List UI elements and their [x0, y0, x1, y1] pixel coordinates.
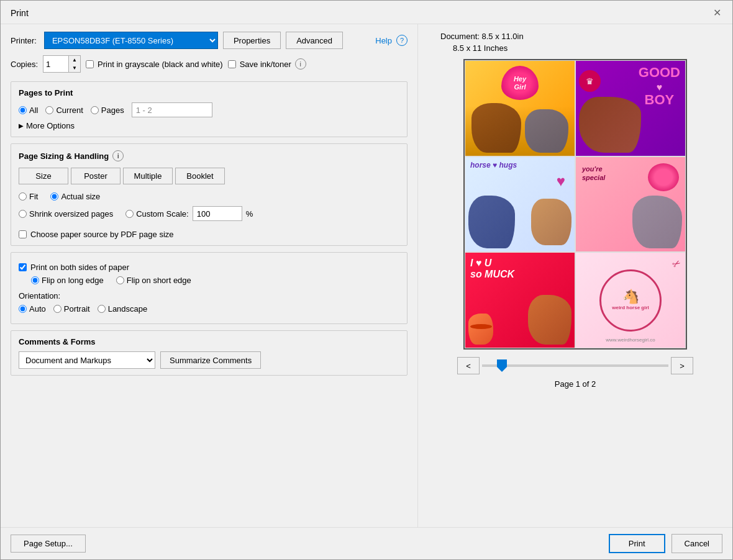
preview-card-2: GOOD♥BOY ♛: [575, 60, 686, 156]
close-button[interactable]: ✕: [709, 6, 725, 20]
copies-spinners: ▲ ▼: [68, 56, 80, 72]
card-6-circle: 🐴 weird horse girl: [599, 269, 662, 332]
printer-label: Printer:: [11, 36, 37, 45]
orient-landscape-radio[interactable]: [98, 305, 106, 313]
pages-current-option[interactable]: Current: [45, 106, 83, 115]
comments-dropdown[interactable]: Document and Markups: [19, 351, 155, 369]
both-sides-label[interactable]: Print on both sides of paper: [30, 263, 129, 272]
pages-all-label: All: [29, 106, 38, 115]
card-2-text: GOOD♥BOY: [639, 66, 680, 107]
pages-all-option[interactable]: All: [19, 106, 38, 115]
bucket-shape: [468, 314, 493, 345]
properties-button[interactable]: Properties: [223, 32, 281, 49]
card-4-text: you'respecial: [582, 165, 605, 183]
next-page-button[interactable]: >: [671, 357, 693, 374]
both-sides-checkbox[interactable]: [19, 263, 27, 271]
actual-size-radio[interactable]: [50, 192, 58, 201]
page-indicator: Page 1 of 2: [555, 379, 596, 389]
sizing-info-icon: i: [112, 150, 124, 161]
paper-size-label: 8.5 x 11 Inches: [428, 43, 508, 53]
comments-title: Comments & Forms: [19, 337, 399, 346]
pages-range-input[interactable]: [132, 102, 212, 117]
copies-down-button[interactable]: ▼: [69, 64, 80, 72]
orient-auto-radio[interactable]: [19, 305, 27, 313]
copies-up-button[interactable]: ▲: [69, 56, 80, 64]
pages-current-label: Current: [56, 106, 83, 115]
grayscale-checkbox[interactable]: [86, 60, 94, 68]
pages-all-radio[interactable]: [19, 106, 27, 114]
card-5-text: I ♥ Uso MUCK: [470, 258, 514, 279]
cancel-button[interactable]: Cancel: [672, 534, 722, 553]
tab-size[interactable]: Size: [19, 168, 68, 184]
card-1-text: HeyGirl: [514, 75, 526, 90]
orientation-portrait[interactable]: Portrait: [53, 304, 90, 314]
flip-short-option[interactable]: Flip on short edge: [116, 276, 191, 285]
grayscale-label[interactable]: Print in grayscale (black and white): [98, 60, 223, 69]
preview-card-6: 🐴 weird horse girl ✂ www.weirdhorsegirl.…: [575, 252, 686, 348]
print-button[interactable]: Print: [609, 534, 665, 553]
more-options[interactable]: ▶ More Options: [19, 121, 399, 130]
preview-card-5: I ♥ Uso MUCK: [465, 252, 575, 348]
custom-scale-item: Custom Scale: %: [125, 206, 253, 221]
crown-area: ♛: [579, 70, 601, 92]
ink-toner-checkbox[interactable]: [228, 60, 236, 68]
page-setup-button[interactable]: Page Setup...: [11, 535, 86, 553]
orientation-row: Orientation: Auto Portrait Landscape: [19, 291, 399, 314]
pages-pages-label: Pages: [101, 106, 124, 115]
left-panel: Printer: EPSON58DB3F (ET-8550 Series) Pr…: [1, 24, 418, 527]
orient-portrait-radio[interactable]: [53, 305, 61, 313]
help-link[interactable]: Help: [375, 36, 392, 45]
ink-toner-label[interactable]: Save ink/toner: [240, 60, 291, 69]
actual-size-option[interactable]: Actual size: [50, 192, 100, 201]
scale-input[interactable]: [193, 206, 242, 221]
advanced-button[interactable]: Advanced: [286, 32, 343, 49]
more-options-triangle: ▶: [19, 122, 24, 129]
orient-portrait-label: Portrait: [64, 304, 90, 314]
orientation-auto[interactable]: Auto: [19, 304, 46, 314]
pages-radio-group: All Current Pages: [19, 102, 399, 117]
copies-input-wrap: ▲ ▼: [43, 55, 81, 73]
flip-long-option[interactable]: Flip on long edge: [31, 276, 104, 285]
custom-scale-option[interactable]: Custom Scale:: [125, 209, 189, 219]
orientation-options: Auto Portrait Landscape: [19, 304, 399, 314]
pages-to-print-title: Pages to Print: [19, 88, 399, 97]
card-6-subtext: weird horse girl: [612, 305, 649, 310]
shrink-option[interactable]: Shrink oversized pages: [19, 209, 113, 219]
fit-option[interactable]: Fit: [19, 192, 38, 201]
orientation-landscape[interactable]: Landscape: [98, 304, 148, 314]
preview-card-1: HeyGirl: [465, 60, 575, 156]
right-panel: Document: 8.5 x 11.0in 8.5 x 11 Inches H…: [418, 24, 732, 527]
size-tabs: Size Poster Multiple Booklet: [19, 168, 399, 184]
copies-input[interactable]: [43, 56, 68, 72]
orientation-title: Orientation:: [19, 291, 60, 300]
preview-card-3: horse ♥ hugs ♥: [465, 156, 575, 253]
printer-select[interactable]: EPSON58DB3F (ET-8550 Series): [44, 32, 218, 49]
pages-pages-option[interactable]: Pages: [91, 106, 124, 115]
custom-scale-radio[interactable]: [125, 210, 134, 218]
flip-short-radio[interactable]: [116, 276, 124, 284]
tab-poster[interactable]: Poster: [71, 168, 121, 184]
pages-pages-radio[interactable]: [91, 106, 99, 114]
prev-page-button[interactable]: <: [457, 357, 480, 374]
shrink-radio[interactable]: [19, 210, 27, 218]
grayscale-wrap: Print in grayscale (black and white): [86, 60, 223, 69]
preview-container: HeyGirl GOOD♥BOY ♛ horse ♥ hugs: [463, 59, 687, 350]
page-slider-track: [482, 364, 668, 367]
fit-label: Fit: [29, 192, 38, 201]
horse-7: [528, 295, 571, 345]
sizing-options: Fit Actual size Shrink oversized pages: [19, 192, 399, 239]
flip-long-radio[interactable]: [31, 276, 39, 284]
summarize-button[interactable]: Summarize Comments: [160, 351, 261, 369]
orient-auto-label: Auto: [29, 304, 46, 314]
pages-current-radio[interactable]: [45, 106, 53, 114]
fit-radio[interactable]: [19, 192, 27, 201]
tab-booklet[interactable]: Booklet: [175, 168, 225, 184]
horse-5: [531, 199, 571, 245]
pdf-source-checkbox[interactable]: [19, 230, 27, 238]
scale-unit: %: [246, 209, 253, 219]
heart-shape-1: HeyGirl: [501, 66, 539, 100]
pdf-source-label[interactable]: Choose paper source by PDF page size: [30, 230, 174, 239]
tab-multiple[interactable]: Multiple: [123, 168, 173, 184]
custom-scale-label: Custom Scale:: [136, 209, 189, 219]
preview-card-4: you'respecial: [575, 156, 686, 253]
